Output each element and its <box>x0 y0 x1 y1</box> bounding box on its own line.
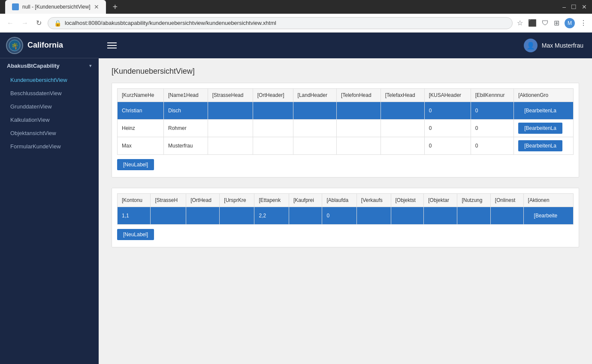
bearbeiten-button[interactable]: [BearbeitenLa <box>518 105 562 116</box>
menu-icon[interactable]: ⋮ <box>580 19 587 27</box>
table2-cell-col11 <box>490 207 523 225</box>
table-row[interactable]: HeinzRohmer00[BearbeitenLa <box>118 120 574 137</box>
pdf-icon[interactable]: ⬛ <box>528 19 537 27</box>
table-row[interactable]: ChristianDisch00[BearbeitenLa <box>118 102 574 120</box>
bearbeiten-button[interactable]: [BearbeitenLa <box>518 140 562 151</box>
table1-header-cell: [Name1Head <box>163 89 208 102</box>
table1-cell-col7: 0 <box>424 102 471 120</box>
table1-cell-col5 <box>336 102 381 120</box>
table1-cell-col6 <box>381 120 424 137</box>
hamburger-line1 <box>107 42 117 43</box>
url-text: localhost:8080/abakusbtcapability/kunden… <box>65 20 506 26</box>
sidebar-section-header[interactable]: AbakusBtCapability ▾ <box>0 58 99 73</box>
table2-cell-col3 <box>220 207 254 225</box>
tab-title: null - [KundenuebersichtView] <box>22 4 91 10</box>
table2-cell-col12: [Bearbeite <box>523 207 573 225</box>
forward-button[interactable]: → <box>20 18 30 29</box>
table2-cell-col6: 0 <box>322 207 356 225</box>
page-content: [KundenuebersichtView] [KurzNameHe[Name1… <box>99 58 592 364</box>
table-row[interactable]: 1,12,20[Bearbeite <box>118 207 574 225</box>
table1-header-cell: [TelefaxHead <box>381 89 424 102</box>
sidebar-item-FormularKundeView[interactable]: FormularKundeView <box>0 140 99 153</box>
table2-header-cell: [UrsprKre <box>220 194 254 207</box>
page-title: [KundenuebersichtView] <box>112 67 579 76</box>
table1-header-cell: [AktionenGro <box>514 89 574 102</box>
user-avatar: 👤 <box>524 39 538 52</box>
table2-header-cell: [Ettapenk <box>254 194 289 207</box>
table1-cell-col1: Musterfrau <box>163 137 208 155</box>
table1-new-btn-row: [NeuLabel] <box>117 155 574 172</box>
browser-tab[interactable]: null - [KundenuebersichtView] ✕ <box>5 0 106 14</box>
table1-cell-col3 <box>253 137 293 155</box>
table2-cell-col5 <box>289 207 322 225</box>
new-tab-button[interactable]: + <box>109 2 121 12</box>
table2-cell-col1 <box>151 207 186 225</box>
hamburger-line3 <box>107 48 117 48</box>
table2-new-button[interactable]: [NeuLabel] <box>117 229 154 240</box>
sidebar-menu-items: KundenuebersichtViewBeschlussdatenViewGr… <box>0 73 99 153</box>
tab-close-icon[interactable]: ✕ <box>94 3 99 10</box>
close-button[interactable]: ✕ <box>582 3 587 10</box>
app-body: 🌴 California AbakusBtCapability ▾ Kunden… <box>0 33 592 364</box>
table1-cell-col6 <box>381 102 424 120</box>
table1-cell-col2 <box>208 120 253 137</box>
profile-icon[interactable]: M <box>565 18 575 28</box>
sidebar-item-KalkulationView[interactable]: KalkulationView <box>0 113 99 126</box>
bookmark-icon[interactable]: ☆ <box>517 19 523 27</box>
table2-cell-col2 <box>186 207 220 225</box>
table1-cell-col1: Disch <box>163 102 208 120</box>
table1-cell-col0: Heinz <box>118 120 164 137</box>
url-bar[interactable]: 🔒 localhost:8080/abakusbtcapability/kund… <box>48 17 513 29</box>
table2-header-cell: [StrasseH <box>151 194 186 207</box>
back-button[interactable]: ← <box>5 18 15 29</box>
table1-cell-col4 <box>293 120 336 137</box>
table2-header-row: [Kontonu[StrasseH[OrtHead[UrsprKre[Ettap… <box>118 194 574 207</box>
table1-cell-col0: Max <box>118 137 164 155</box>
sidebar-item-KundenuebersichtView[interactable]: KundenuebersichtView <box>0 73 99 87</box>
table1-cell-col4 <box>293 137 336 155</box>
table2-header-cell: [Objektst <box>391 194 424 207</box>
table1-cell-col6 <box>381 137 424 155</box>
reload-button[interactable]: ↻ <box>34 17 43 29</box>
table2-header-cell: [Aktionen <box>523 194 573 207</box>
maximize-button[interactable]: ☐ <box>571 3 577 10</box>
table1-cell-col5 <box>336 120 381 137</box>
table2-header-cell: [Nutzung <box>457 194 490 207</box>
table1-new-button[interactable]: [NeuLabel] <box>117 159 154 170</box>
tab-favicon <box>12 3 19 10</box>
minimize-button[interactable]: – <box>562 3 566 10</box>
bearbeiten2-button[interactable]: [Bearbeite <box>528 210 564 221</box>
table-row[interactable]: MaxMusterfrau00[BearbeitenLa <box>118 137 574 155</box>
sidebar-logo: 🌴 <box>6 37 23 54</box>
shield-icon[interactable]: 🛡 <box>542 19 549 27</box>
table1-body: ChristianDisch00[BearbeitenLaHeinzRohmer… <box>118 102 574 155</box>
table1-cell-col7: 0 <box>424 137 471 155</box>
table1-cell-col0: Christian <box>118 102 164 120</box>
table1-cell-col8: 0 <box>471 120 514 137</box>
table2-header-cell: [Kontonu <box>118 194 151 207</box>
palm-tree-icon: 🌴 <box>9 39 21 51</box>
table1-cell-col9: [BearbeitenLa <box>514 120 574 137</box>
hamburger-button[interactable] <box>107 42 117 48</box>
table2-header-cell: [Objektar <box>424 194 457 207</box>
sidebar-item-GrunddatenView[interactable]: GrunddatenView <box>0 100 99 113</box>
sidebar-item-BeschlussdatenView[interactable]: BeschlussdatenView <box>0 87 99 100</box>
table2-header-cell: [Onlinest <box>490 194 523 207</box>
table1-header-cell: [KUSAHeader <box>424 89 471 102</box>
table2-body: 1,12,20[Bearbeite <box>118 207 574 225</box>
address-bar: ← → ↻ 🔒 localhost:8080/abakusbtcapabilit… <box>0 14 592 33</box>
table1-header-cell: [OrtHeader] <box>253 89 293 102</box>
grid-icon[interactable]: ⊞ <box>554 19 559 27</box>
sidebar: 🌴 California AbakusBtCapability ▾ Kunden… <box>0 33 99 364</box>
table2-header-cell: [OrtHead <box>186 194 220 207</box>
browser-toolbar-icons: ☆ ⬛ 🛡 ⊞ M ⋮ <box>517 18 587 28</box>
sidebar-item-ObjektansichtView[interactable]: ObjektansichtView <box>0 126 99 140</box>
table2-cell-col4: 2,2 <box>254 207 289 225</box>
table1-cell-col9: [BearbeitenLa <box>514 102 574 120</box>
bearbeiten-button[interactable]: [BearbeitenLa <box>518 123 562 134</box>
table1-header-cell: [StrasseHead <box>208 89 253 102</box>
brand-name: California <box>27 41 63 50</box>
table1-cell-col2 <box>208 137 253 155</box>
hamburger-line2 <box>107 45 117 46</box>
table1: [KurzNameHe[Name1Head[StrasseHead[OrtHea… <box>117 88 574 155</box>
